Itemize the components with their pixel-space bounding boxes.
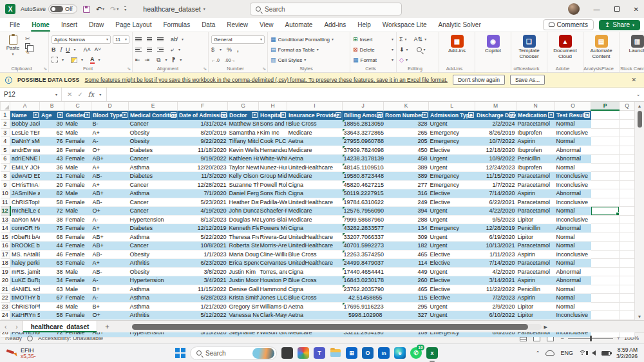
cell-Q24[interactable] [620, 311, 635, 320]
cell-A18[interactable]: haley perkins [10, 259, 40, 268]
cell-D10[interactable]: AB+ [91, 189, 129, 198]
cell-O6[interactable]: Abnormal [555, 155, 591, 164]
table-header-insurance-provider[interactable]: Insurance Provider▼ [287, 110, 343, 120]
cell-P8[interactable] [591, 172, 620, 181]
cell-N16[interactable]: Paracetamol [516, 242, 555, 251]
cell-M10[interactable]: 7/14/2020 [475, 189, 516, 198]
cell-E2[interactable]: Cancer [129, 120, 178, 129]
ribbon-tab-insert[interactable]: Insert [55, 18, 83, 32]
cell-D5[interactable]: O+ [91, 146, 129, 155]
template-chooser-button[interactable]: ❑Template Chooser [514, 35, 544, 59]
filter-dropdown-icon[interactable]: ▼ [122, 112, 128, 118]
cell-H21[interactable]: Hammond Ltd [259, 285, 287, 294]
column-header-A[interactable]: A [10, 102, 40, 110]
cell-B5[interactable]: 28 [40, 146, 64, 155]
cell-K13[interactable]: 288 [384, 215, 429, 224]
cell-J9[interactable]: 45820.462721598 [343, 180, 384, 189]
row-number-7[interactable]: 7 [1, 163, 10, 172]
cell-B3[interactable]: 62 [40, 128, 64, 137]
cell-P11[interactable] [591, 198, 620, 207]
sheet-tab-healthcare-dataset[interactable]: healthcare_dataset [23, 321, 98, 332]
cell-K3[interactable]: 265 [384, 128, 429, 137]
cell-Q18[interactable] [620, 259, 635, 268]
cell-P22[interactable] [591, 294, 620, 303]
cell-C21[interactable]: Male [64, 285, 91, 294]
cell-D8[interactable]: AB- [91, 172, 129, 181]
cell-Q20[interactable] [620, 276, 635, 285]
cell-A12[interactable]: mIchElLe daniELs [10, 207, 40, 216]
filter-dropdown-icon[interactable]: ▼ [377, 112, 383, 118]
table-header-billing-amount[interactable]: Billing Amount▼ [343, 110, 384, 120]
align-left-icon[interactable] [135, 46, 142, 53]
cell-K20[interactable]: 260 [384, 276, 429, 285]
cell-O16[interactable]: Normal [555, 242, 591, 251]
cell-F22[interactable]: 6/28/2023 [178, 294, 228, 303]
align-top-icon[interactable] [135, 36, 142, 43]
cell-I14[interactable]: Cigna [287, 224, 343, 233]
row-number-14[interactable]: 14 [1, 224, 10, 233]
cell-F6[interactable]: 9/19/2022 [178, 155, 228, 164]
cell-B7[interactable]: 36 [40, 163, 64, 172]
decrease-indent-button[interactable]: ⇤ [135, 57, 140, 63]
cell-E12[interactable]: Cancer [129, 207, 178, 216]
cell-O14[interactable]: Abnormal [555, 224, 591, 233]
row-number-24[interactable]: 24 [1, 311, 10, 320]
cell-C22[interactable]: Female [64, 294, 91, 303]
cell-B22[interactable]: 67 [40, 294, 64, 303]
cell-N21[interactable]: Penicillin [516, 285, 555, 294]
cell-L7[interactable]: Urgent [429, 163, 475, 172]
cell-A6[interactable]: adrIENNE bEll [10, 155, 40, 164]
cell-D6[interactable]: AB+ [91, 155, 129, 164]
cell-H6[interactable]: White-White [259, 155, 287, 164]
quick-access-customize-button[interactable]: ▾ [124, 6, 126, 12]
column-header-N[interactable]: N [516, 102, 555, 110]
selected-cell-outline[interactable] [591, 207, 620, 216]
cell-D22[interactable]: A- [91, 294, 129, 303]
cell-P16[interactable] [591, 242, 620, 251]
copy-button[interactable] [25, 43, 30, 49]
cell-B14[interactable]: 75 [40, 224, 64, 233]
filter-dropdown-icon[interactable]: ▼ [584, 112, 590, 118]
number-format-combo[interactable]: General▾ [211, 35, 265, 44]
cell-M5[interactable]: 12/18/2020 [475, 146, 516, 155]
delete-cells-button[interactable]: ⊠Delete▾ [353, 45, 393, 54]
accounting-format-button[interactable]: $ [211, 47, 214, 53]
fill-color-button[interactable] [71, 57, 77, 63]
table-header-blood-type[interactable]: Blood Type▼ [91, 110, 129, 120]
ribbon-tab-data[interactable]: Data [196, 18, 221, 32]
cell-M23[interactable]: 2/9/2020 [475, 302, 516, 311]
alignment-dialog-launcher[interactable]: ⇘ [203, 66, 207, 71]
cell-C11[interactable]: Female [64, 198, 91, 207]
cell-N19[interactable]: Paracetamol [516, 267, 555, 276]
cell-H10[interactable]: Sons Rich and [259, 189, 287, 198]
row-number-22[interactable]: 22 [1, 294, 10, 303]
row-number-13[interactable]: 13 [1, 215, 10, 224]
restore-button[interactable] [614, 6, 620, 12]
cell-F3[interactable]: 8/20/2019 [178, 128, 228, 137]
wifi-icon[interactable] [579, 350, 586, 356]
cell-B6[interactable]: 43 [40, 155, 64, 164]
cell-G20[interactable]: Justin Moore [228, 276, 259, 285]
row-number-3[interactable]: 3 [1, 128, 10, 137]
cell-J16[interactable]: 40701.599227308 [343, 242, 384, 251]
cell-M24[interactable]: 6/10/2022 [475, 311, 516, 320]
cell-D14[interactable]: A+ [91, 224, 129, 233]
cell-C12[interactable]: Male [64, 207, 91, 216]
cell-O23[interactable]: Normal [555, 302, 591, 311]
font-color-button[interactable]: A [90, 57, 95, 64]
ribbon-tab-home[interactable]: Home [26, 18, 55, 32]
filter-dropdown-icon[interactable]: ▼ [548, 112, 554, 118]
cell-I11[interactable]: UnitedHealthcare [287, 198, 343, 207]
filter-dropdown-icon[interactable]: ▼ [221, 112, 227, 118]
cell-P1[interactable] [591, 110, 620, 120]
cell-A23[interactable]: ChRISToPhEr BrIghT [10, 302, 40, 311]
cell-E22[interactable]: Asthma [129, 294, 178, 303]
cell-G8[interactable]: Kelly Olson [228, 172, 259, 181]
cell-E19[interactable]: Obesity [129, 267, 178, 276]
row-number-18[interactable]: 18 [1, 259, 10, 268]
cell-A2[interactable]: Bobby JackSon [10, 120, 40, 129]
scroll-right-icon[interactable]: ▶ [544, 325, 547, 330]
cell-B9[interactable]: 20 [40, 180, 64, 189]
cell-E24[interactable]: Arthritis [129, 311, 178, 320]
cell-J4[interactable]: 27955.096078842 [343, 137, 384, 146]
